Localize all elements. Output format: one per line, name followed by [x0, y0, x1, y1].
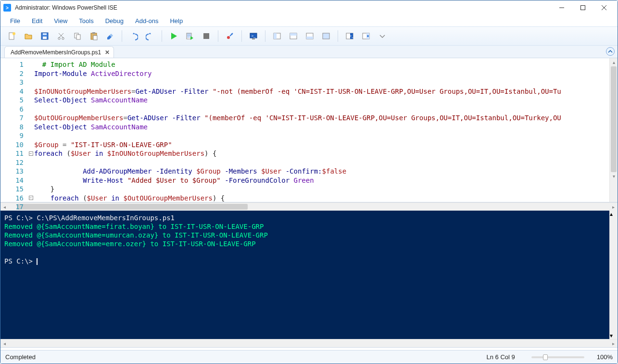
close-button[interactable]	[593, 1, 615, 14]
commands-pane-icon[interactable]: >_	[342, 28, 357, 44]
svg-rect-12	[76, 35, 80, 39]
svg-rect-1	[581, 6, 585, 10]
status-bar: Completed Ln 6 Col 9 100%	[0, 350, 618, 364]
save-icon[interactable]	[37, 28, 52, 44]
svg-rect-25	[290, 33, 297, 36]
menu-edit[interactable]: Edit	[27, 16, 47, 25]
overflow-icon[interactable]	[375, 28, 390, 44]
toolbar-separator	[241, 30, 242, 42]
svg-rect-17	[203, 33, 209, 39]
svg-rect-28	[323, 33, 329, 39]
new-file-icon[interactable]	[4, 28, 20, 44]
zoom-percent: 100%	[597, 353, 613, 361]
collapse-script-pane-button[interactable]	[606, 47, 615, 56]
svg-text:>_: >_	[251, 34, 256, 38]
tab-strip: AddRemoveMembersInGroups.ps1 ✕	[0, 46, 618, 58]
tab-label: AddRemoveMembersInGroups.ps1	[11, 49, 101, 56]
svg-text:>_: >_	[350, 34, 353, 38]
fold-toggle-icon[interactable]: −	[29, 151, 33, 156]
window-titlebar: > Administrator: Windows PowerShell ISE	[0, 0, 618, 15]
svg-rect-20	[252, 38, 255, 39]
app-icon: >	[3, 4, 11, 12]
svg-rect-7	[43, 37, 47, 39]
toolbar-separator	[162, 30, 162, 42]
toolbar: >_>_	[0, 26, 618, 46]
clear-icon[interactable]	[102, 28, 118, 44]
svg-rect-14	[92, 32, 95, 34]
menu-tools[interactable]: Tools	[74, 16, 98, 25]
breakpoint-icon[interactable]	[222, 28, 238, 44]
run-icon[interactable]	[166, 28, 181, 44]
remote-icon[interactable]: >_	[246, 28, 261, 44]
console-vertical-scrollbar[interactable]: ▴ ▾	[609, 211, 618, 339]
svg-rect-15	[93, 36, 97, 40]
console-pane[interactable]: PS C:\> C:\PS\AddRemoveMembersInGroups.p…	[0, 211, 609, 339]
fold-toggle-icon[interactable]: −	[29, 196, 33, 200]
console-horizontal-scrollbar[interactable]: ◂ ▸	[0, 339, 618, 347]
paste-icon[interactable]	[86, 28, 101, 44]
layout-bottom-icon[interactable]	[302, 28, 317, 44]
zoom-slider[interactable]	[531, 356, 584, 358]
toolbar-separator	[265, 30, 265, 42]
toolbar-separator	[122, 30, 122, 42]
line-column-indicator: Ln 6 Col 9	[486, 353, 515, 361]
redo-icon[interactable]	[142, 28, 158, 44]
addons-pane-icon[interactable]	[358, 28, 374, 44]
svg-rect-8	[43, 33, 47, 35]
toolbar-separator	[338, 30, 338, 42]
status-text: Completed	[5, 353, 36, 361]
run-selection-icon[interactable]	[182, 28, 198, 44]
line-number-gutter: 1234567891011121314151617	[0, 58, 27, 202]
layout-max-icon[interactable]	[318, 28, 334, 44]
menu-debug[interactable]: Debug	[101, 16, 128, 25]
console-pane-container: PS C:\> C:\PS\AddRemoveMembersInGroups.p…	[0, 211, 618, 339]
fold-column[interactable]: −−	[27, 58, 34, 202]
layout-side-icon[interactable]	[269, 28, 285, 44]
menu-addons[interactable]: Add-ons	[130, 16, 163, 25]
editor-horizontal-scrollbar[interactable]: ◂ ▸	[0, 202, 618, 211]
svg-point-34	[367, 35, 369, 37]
code-area[interactable]: # Import AD ModuleImport-Module ActiveDi…	[34, 58, 609, 202]
layout-top-icon[interactable]	[286, 28, 301, 44]
copy-icon[interactable]	[70, 28, 85, 44]
maximize-button[interactable]	[572, 1, 593, 14]
svg-point-5	[13, 32, 15, 35]
menu-help[interactable]: Help	[165, 16, 188, 25]
cut-icon[interactable]	[53, 28, 69, 44]
tab-close-icon[interactable]: ✕	[105, 49, 110, 56]
script-tab[interactable]: AddRemoveMembersInGroups.ps1 ✕	[4, 46, 114, 58]
undo-icon[interactable]	[126, 28, 141, 44]
svg-point-18	[227, 36, 230, 39]
svg-rect-23	[274, 33, 277, 39]
zoom-slider-knob[interactable]	[543, 354, 548, 360]
menu-file[interactable]: File	[5, 16, 25, 25]
menu-view[interactable]: View	[49, 16, 72, 25]
script-editor[interactable]: 1234567891011121314151617 −− # Import AD…	[0, 58, 618, 202]
stop-icon[interactable]	[199, 28, 214, 44]
menu-bar: File Edit View Tools Debug Add-ons Help	[0, 15, 618, 26]
window-title: Administrator: Windows PowerShell ISE	[15, 4, 117, 11]
svg-rect-27	[306, 37, 313, 39]
open-file-icon[interactable]	[21, 28, 36, 44]
minimize-button[interactable]	[551, 1, 572, 14]
editor-vertical-scrollbar[interactable]: ▴ ▾	[609, 58, 618, 202]
toolbar-separator	[218, 30, 218, 42]
